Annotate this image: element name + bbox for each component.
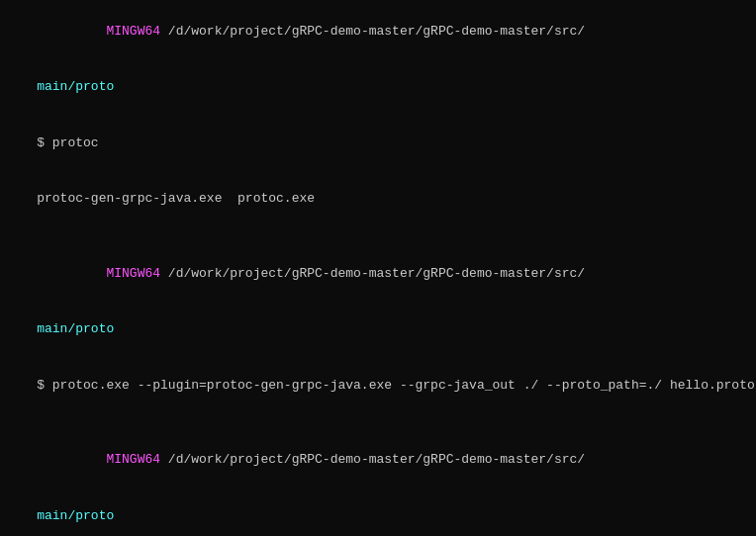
blank-1 bbox=[6, 227, 750, 246]
terminal-window[interactable]: MINGW64 /d/work/project/gRPC-demo-master… bbox=[0, 0, 756, 536]
current-path-1: main/proto bbox=[37, 79, 114, 94]
cmd-line-2: $ protoc.exe --plugin=protoc-gen-grpc-ja… bbox=[6, 358, 750, 414]
current-path-3: main/proto bbox=[37, 508, 114, 523]
prompt-1: $ protoc bbox=[37, 135, 98, 150]
prompt-2: $ protoc.exe --plugin=protoc-gen-grpc-ja… bbox=[37, 378, 755, 393]
path-line-2: main/proto bbox=[6, 303, 750, 359]
path-display-2: /d/work/project/gRPC-demo-master/gRPC-de… bbox=[160, 266, 585, 281]
path-line-1: main/proto bbox=[6, 60, 750, 117]
header-line-2: MINGW64 /d/work/project/gRPC-demo-master… bbox=[6, 246, 750, 303]
cmd-line-1: $ protoc bbox=[6, 116, 750, 172]
path-line-3: main/proto bbox=[6, 489, 750, 536]
blank-2 bbox=[6, 414, 750, 433]
path-display-1: /d/work/project/gRPC-demo-master/gRPC-de… bbox=[160, 24, 585, 39]
mingw-label-3: MINGW64 bbox=[37, 452, 160, 467]
current-path-2: main/proto bbox=[37, 321, 114, 336]
mingw-label-2: MINGW64 bbox=[37, 266, 160, 281]
path-display-3: /d/work/project/gRPC-demo-master/gRPC-de… bbox=[160, 452, 585, 467]
output-text-1: protoc-gen-grpc-java.exe protoc.exe bbox=[37, 191, 315, 206]
mingw-label-1: MINGW64 bbox=[37, 24, 160, 39]
header-line-3: MINGW64 /d/work/project/gRPC-demo-master… bbox=[6, 432, 750, 489]
header-line-1: MINGW64 /d/work/project/gRPC-demo-master… bbox=[6, 4, 750, 60]
output-line-1: protoc-gen-grpc-java.exe protoc.exe bbox=[6, 172, 750, 228]
